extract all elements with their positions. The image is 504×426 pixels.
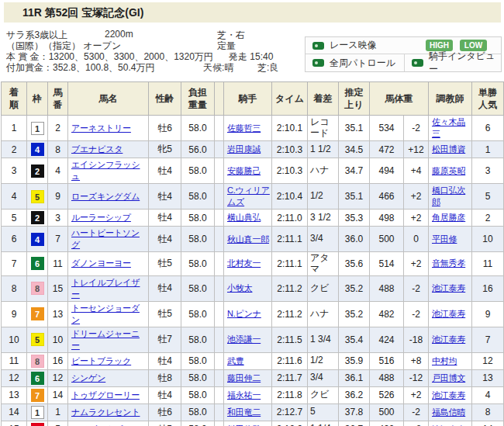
- horse-link[interactable]: トーセンジョーダン: [71, 303, 140, 324]
- horse-link[interactable]: シンゲン: [71, 373, 105, 383]
- jockey-link[interactable]: 藤田伸二: [227, 373, 261, 383]
- jockey-link[interactable]: 秋山真一郎: [227, 234, 269, 244]
- trainer-cell: 中村均: [429, 352, 472, 369]
- trainer-link[interactable]: 角居勝彦: [432, 213, 465, 222]
- horse-link[interactable]: ダノンヨーヨー: [71, 258, 131, 268]
- win-popularity: 8: [472, 403, 504, 421]
- horse-link[interactable]: ルーラーシップ: [71, 213, 131, 222]
- margin: アタマ: [308, 252, 339, 276]
- jockey-cell: C.ウィリアムズ: [224, 184, 272, 210]
- body-weight: 500: [370, 403, 404, 421]
- finish-time: 2:12.9: [272, 421, 308, 426]
- horse-link[interactable]: トゥザグローリー: [71, 390, 140, 400]
- body-weight-diff: +8: [404, 421, 429, 426]
- body-weight: 488: [370, 275, 404, 301]
- finish-position: 7: [2, 252, 27, 276]
- finish-time: 2:10.3: [272, 158, 308, 184]
- margin: クビ: [308, 275, 339, 301]
- horse-number: 3: [48, 210, 68, 227]
- trainer-link[interactable]: 松田博資: [432, 144, 465, 154]
- last-3f: 35.9: [339, 352, 370, 369]
- last-3f: 36.2: [339, 386, 370, 403]
- jockey-link[interactable]: 北村友一: [227, 258, 261, 268]
- jockey-link[interactable]: C.ウィリアムズ: [227, 185, 270, 206]
- horse-link[interactable]: ハートビートソング: [71, 228, 140, 249]
- frame-number-badge: 4: [31, 233, 44, 246]
- horse-number: 8: [48, 141, 68, 158]
- body-weight: 482: [370, 301, 404, 327]
- trainer-link[interactable]: 戸田博文: [432, 373, 465, 383]
- col-header-blank: [215, 82, 224, 116]
- margin: ハナ: [308, 158, 339, 184]
- horse-link[interactable]: ブエナビスタ: [71, 144, 123, 154]
- body-weight: 534: [370, 116, 404, 141]
- trainer-link[interactable]: 佐々木晶三: [432, 117, 465, 138]
- frame-number-badge: 1: [31, 406, 44, 419]
- trainer-link[interactable]: 中村均: [432, 356, 457, 365]
- body-weight: 516: [370, 352, 404, 369]
- horse-number: 7: [48, 227, 68, 252]
- horse-link[interactable]: アーネストリー: [71, 123, 131, 133]
- carried-weight: 58.0: [181, 327, 215, 352]
- horse-name-cell: トゥザグローリー: [68, 386, 149, 403]
- trainer-link[interactable]: 池江泰寿: [432, 334, 465, 344]
- trainer-link[interactable]: 池江泰寿: [432, 283, 465, 293]
- trainer-link[interactable]: 平田修: [432, 234, 457, 244]
- horse-link[interactable]: ビートブラック: [71, 356, 131, 365]
- blank-cell: [215, 386, 224, 403]
- prize-values: 13200、5300、3300、2000、1320万円: [49, 51, 213, 62]
- results-table: 着 順 枠 馬 番 馬名 性齢 負担 重量 騎手 タイム 着差 推定 上り 馬体…: [1, 81, 504, 426]
- sex-age: 牡5: [149, 301, 181, 327]
- carried-weight: 58.0: [181, 227, 215, 252]
- finish-position: 10: [2, 327, 27, 352]
- finish-position: 14: [2, 403, 27, 421]
- body-weight: 500: [370, 227, 404, 252]
- col-header-time: タイム: [272, 82, 308, 116]
- jockey-link[interactable]: 池添謙一: [227, 334, 261, 344]
- jockey-link[interactable]: 横山典弘: [227, 213, 261, 222]
- horse-link[interactable]: ナムラクレセント: [71, 407, 140, 417]
- body-weight-diff: -2: [404, 403, 429, 421]
- win-popularity: 2: [472, 210, 504, 227]
- race-video-link[interactable]: レース映像: [330, 39, 377, 52]
- horse-name-cell: トレイルブレイザー: [68, 275, 149, 301]
- carried-weight: 58.0: [181, 386, 215, 403]
- win-popularity: 5: [472, 184, 504, 210]
- carried-weight: 58.0: [181, 158, 215, 184]
- last-3f: 35.6: [339, 252, 370, 276]
- patrol-video-link[interactable]: 全周パトロール: [330, 57, 395, 70]
- results-tbody: 1 1 2 アーネストリー 牡6 58.0 佐藤哲三 2:10.1 レコード 3…: [2, 116, 504, 426]
- horse-link[interactable]: エイシンフラッシュ: [71, 160, 140, 181]
- jockey-link[interactable]: 福永祐一: [227, 390, 261, 400]
- jockey-link[interactable]: 佐藤哲三: [227, 123, 261, 133]
- trainer-link[interactable]: 池江泰寿: [432, 309, 465, 318]
- frame-number-badge: 7: [31, 389, 44, 402]
- jockey-link[interactable]: 岩田康誠: [227, 144, 261, 154]
- trainer-link[interactable]: 池江泰寿: [432, 390, 465, 400]
- jockey-link[interactable]: 武豊: [227, 356, 244, 365]
- win-popularity: 13: [472, 369, 504, 386]
- body-weight: 490: [370, 421, 404, 426]
- jockey-link[interactable]: 小牧太: [227, 283, 252, 293]
- blank-cell: [215, 141, 224, 158]
- col-header-jockey: 騎手: [224, 82, 272, 116]
- margin: 1/2: [308, 352, 339, 369]
- trainer-cell: 池江泰寿: [429, 301, 472, 327]
- result-row: 9 7 13 トーセンジョーダン 牡5 58.0 N.ピンナ 2:11.2 ハナ…: [2, 301, 504, 327]
- trainer-link[interactable]: 音無秀孝: [432, 258, 465, 268]
- jockey-link[interactable]: N.ピンナ: [227, 309, 261, 318]
- trainer-link[interactable]: 藤原英昭: [432, 166, 465, 175]
- horse-link[interactable]: ローズキングダム: [71, 192, 140, 201]
- jockey-link[interactable]: 和田竜二: [227, 407, 261, 417]
- weather: 天候:晴: [203, 61, 233, 74]
- trainer-link[interactable]: 橋口弘次郎: [432, 185, 465, 206]
- trainer-link[interactable]: 福島信晴: [432, 407, 465, 417]
- win-popularity: 11: [472, 252, 504, 276]
- jockey-interview-link[interactable]: 騎手インタビュー: [429, 50, 501, 76]
- horse-link[interactable]: トレイルブレイザー: [71, 278, 140, 299]
- horse-number: 5: [48, 421, 68, 426]
- interview-video-icon: [412, 59, 423, 67]
- jockey-link[interactable]: 安藤勝己: [227, 166, 261, 175]
- frame-number-badge: 8: [31, 282, 44, 295]
- horse-link[interactable]: ドリームジャーニー: [71, 329, 140, 350]
